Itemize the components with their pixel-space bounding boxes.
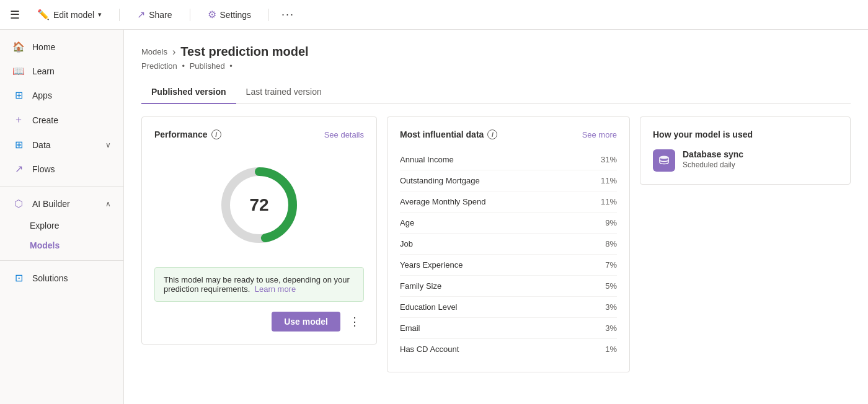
influential-data-card: Most influential data i See more Annual … [387,116,630,372]
sidebar-item-ai-builder[interactable]: ⬡ AI Builder ∧ [2,191,121,216]
data-pct: 5% [605,281,617,291]
settings-button[interactable]: ⚙ Settings [203,6,257,23]
edit-model-button[interactable]: ✏️ Edit model ▾ [32,6,107,23]
hamburger-menu-icon[interactable]: ☰ [10,8,20,22]
flows-icon: ↗ [12,163,25,175]
performance-title: Performance i [154,130,221,139]
list-item: Outstanding Mortgage11% [400,170,617,191]
sidebar-item-explore[interactable]: Explore [0,216,123,235]
see-more-link[interactable]: See more [582,130,617,139]
sidebar-divider [0,186,123,187]
share-button[interactable]: ↗ Share [132,6,177,23]
usage-title: How your model is used [653,130,753,139]
data-pct: 8% [605,239,617,248]
list-item: Education Level3% [400,297,617,318]
breadcrumb-separator: › [172,46,175,58]
chevron-down-icon: ▾ [98,11,102,19]
performance-info-icon[interactable]: i [211,130,221,139]
list-item: Average Monthly Spend11% [400,191,617,213]
sidebar-item-apps[interactable]: ⊞ Apps [2,83,121,107]
sidebar-item-label: AI Builder [32,199,70,209]
data-pct: 31% [601,155,617,164]
content-area: Models › Test prediction model Predictio… [124,30,868,404]
data-label: Years Experience [400,260,463,270]
list-item: Family Size5% [400,276,617,297]
influential-title: Most influential data i [400,130,497,139]
usage-item-subtitle: Scheduled daily [683,160,743,169]
cards-area: Performance i See details 72 [124,104,868,385]
tab-published-version[interactable]: Published version [141,81,236,104]
list-item: Age9% [400,213,617,234]
main-layout: 🏠 Home 📖 Learn ⊞ Apps ＋ Create ⊞ Data ∨ … [0,30,868,404]
divider3 [268,9,269,21]
influential-card-header: Most influential data i See more [400,130,617,139]
svg-point-2 [660,156,668,159]
ai-icon: ⬡ [12,198,25,209]
home-icon: 🏠 [12,41,25,53]
divider [119,9,120,21]
sidebar-item-models[interactable]: Models [0,235,123,255]
list-item: Job8% [400,234,617,255]
donut-chart-container: 72 [154,149,364,267]
donut-score-label: 72 [249,195,268,215]
sidebar-item-solutions[interactable]: ⊡ Solutions [2,266,121,290]
chevron-up-icon: ∧ [105,200,111,208]
data-label: Average Monthly Spend [400,197,486,206]
performance-card-header: Performance i See details [154,130,364,139]
performance-alert: This model may be ready to use, dependin… [154,267,364,302]
plus-icon: ＋ [12,113,25,126]
sidebar-item-create[interactable]: ＋ Create [2,107,121,133]
data-label: Email [400,323,420,333]
sidebar-item-label: Apps [32,90,52,100]
list-item: Email3% [400,318,617,339]
more-options-button[interactable]: ⋮ [345,312,364,331]
data-label: Job [400,239,413,248]
sidebar: 🏠 Home 📖 Learn ⊞ Apps ＋ Create ⊞ Data ∨ … [0,30,124,404]
data-pct: 1% [605,345,617,354]
solutions-icon: ⊡ [12,272,25,284]
data-label: Has CD Account [400,345,459,354]
sidebar-item-label: Create [32,115,58,125]
apps-icon: ⊞ [12,89,25,101]
breadcrumb-models-link[interactable]: Models [141,47,167,56]
usage-card: How your model is used Database sync Sch… [640,116,851,185]
page-header: Models › Test prediction model Predictio… [124,30,868,71]
sidebar-item-data[interactable]: ⊞ Data ∨ [2,133,121,157]
tabs: Published version Last trained version [141,81,851,104]
edit-icon: ✏️ [37,9,50,20]
data-label: Education Level [400,302,458,312]
data-pct: 11% [601,197,617,206]
chevron-down-icon: ∨ [105,141,111,149]
data-pct: 7% [605,260,617,270]
performance-card-footer: Use model ⋮ [154,312,364,332]
data-pct: 3% [605,323,617,333]
gear-icon: ⚙ [208,9,216,20]
database-icon [653,149,675,172]
data-pct: 9% [605,218,617,227]
sidebar-item-label: Learn [32,66,55,76]
breadcrumb: Models › Test prediction model [141,45,851,59]
tab-last-trained-version[interactable]: Last trained version [236,81,332,104]
usage-item: Database sync Scheduled daily [653,149,838,172]
see-details-link[interactable]: See details [324,130,364,139]
learn-more-link[interactable]: Learn more [255,284,296,294]
influential-info-icon[interactable]: i [487,130,497,139]
sidebar-item-flows[interactable]: ↗ Flows [2,157,121,181]
performance-card: Performance i See details 72 [141,116,377,345]
influential-data-list: Annual Income31%Outstanding Mortgage11%A… [400,149,617,359]
list-item: Has CD Account1% [400,339,617,359]
data-pct: 11% [601,176,617,185]
data-label: Outstanding Mortgage [400,176,480,185]
list-item: Years Experience7% [400,255,617,276]
sidebar-item-learn[interactable]: 📖 Learn [2,59,121,83]
usage-item-details: Database sync Scheduled daily [683,149,743,169]
sidebar-item-label: Flows [32,164,55,174]
list-item: Annual Income31% [400,149,617,170]
use-model-button[interactable]: Use model [272,312,340,332]
more-options-icon[interactable]: ··· [281,8,294,21]
share-icon: ↗ [137,9,145,20]
data-pct: 3% [605,302,617,312]
data-label: Family Size [400,281,441,291]
sidebar-item-home[interactable]: 🏠 Home [2,35,121,59]
sidebar-item-label: Solutions [32,273,68,283]
